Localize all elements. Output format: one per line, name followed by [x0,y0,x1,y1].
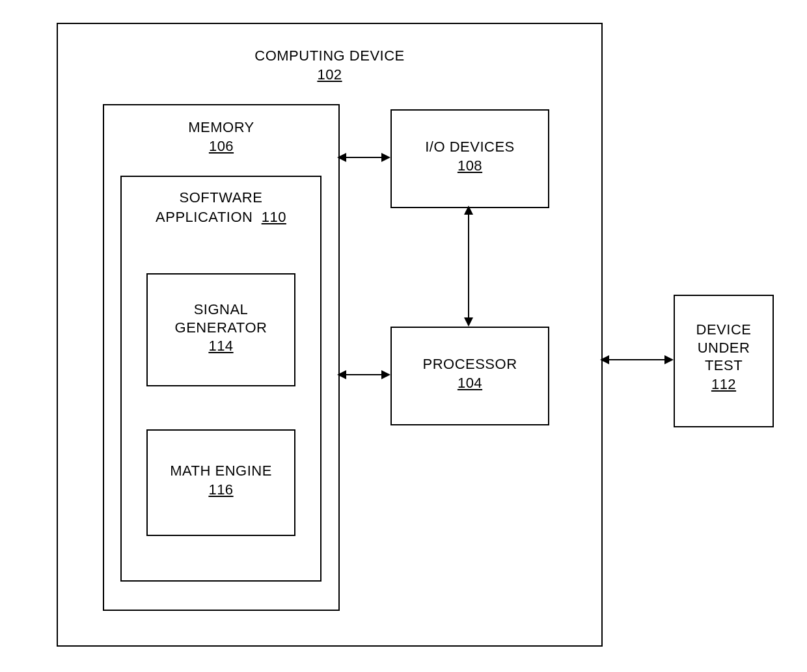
io-devices-block: I/O DEVICES 108 [390,109,549,208]
device-under-test-label2: UNDER [675,339,773,357]
diagram-canvas: COMPUTING DEVICE 102 MEMORY 106 SOFTWARE… [0,0,807,672]
software-application-label1: SOFTWARE [122,189,320,207]
device-under-test-block: DEVICE UNDER TEST 112 [674,295,774,427]
math-engine-block: MATH ENGINE 116 [146,429,295,536]
arrowhead-memory-io-left-icon [337,153,346,162]
processor-label: PROCESSOR [392,355,548,373]
signal-generator-block: SIGNAL GENERATOR 114 [146,273,295,386]
processor-block: PROCESSOR 104 [390,327,549,425]
computing-device-ref: 102 [317,66,342,83]
arrowhead-dut-left-icon [600,355,609,364]
arrowhead-memory-proc-left-icon [337,370,346,379]
software-application-label2: APPLICATION [156,209,253,225]
arrowhead-dut-right-icon [664,355,674,364]
computing-device-label: COMPUTING DEVICE [58,47,601,65]
connector-io-processor [468,215,469,317]
memory-label: MEMORY [104,118,338,137]
software-application-ref: 110 [262,208,286,226]
processor-ref: 104 [458,375,482,392]
signal-generator-ref: 114 [208,338,233,355]
arrowhead-memory-io-right-icon [381,153,390,162]
device-under-test-label1: DEVICE [675,321,773,339]
math-engine-ref: 116 [208,481,233,498]
math-engine-label: MATH ENGINE [148,462,294,480]
io-devices-label: I/O DEVICES [392,138,548,156]
device-under-test-ref: 112 [711,376,736,393]
arrowhead-io-proc-down-icon [464,317,473,327]
arrowhead-memory-proc-right-icon [381,370,390,379]
connector-device-dut [609,359,664,360]
signal-generator-label2: GENERATOR [148,319,294,337]
signal-generator-label1: SIGNAL [148,301,294,319]
connector-memory-io [346,157,381,158]
arrowhead-io-proc-up-icon [464,206,473,215]
memory-ref: 106 [209,138,234,155]
device-under-test-label3: TEST [675,356,773,375]
io-devices-ref: 108 [458,157,482,174]
connector-memory-processor [346,374,381,375]
